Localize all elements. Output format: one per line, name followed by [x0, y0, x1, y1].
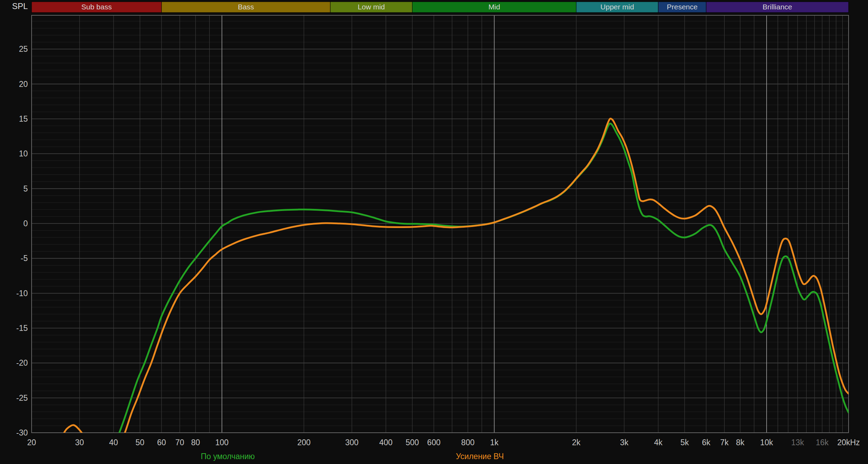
band-label: Sub bass: [81, 3, 112, 11]
legend-item-default[interactable]: По умолчанию: [201, 452, 255, 461]
x-tick-label: 3k: [620, 438, 629, 447]
x-tick-label: 100: [215, 438, 228, 447]
x-tick-label: 800: [461, 438, 474, 447]
legend-item-treble-boost[interactable]: Усиление ВЧ: [456, 452, 504, 461]
x-tick-label: 1k: [490, 438, 499, 447]
x-tick-label: 80: [191, 438, 200, 447]
x-tick-label: 20: [27, 438, 36, 447]
y-tick-label: -20: [16, 358, 28, 367]
x-tick-label: 5k: [681, 438, 689, 447]
spl-axis-title: SPL: [0, 1, 28, 11]
x-tick-label: 40: [109, 438, 118, 447]
frequency-response-chart: Sub bassBassLow midMidUpper midPresenceB…: [0, 0, 868, 464]
x-tick-label: 4k: [654, 438, 663, 447]
x-tick-label: 30: [75, 438, 84, 447]
band-label: Presence: [667, 3, 698, 11]
x-tick-label: 13k: [791, 438, 804, 447]
x-tick-label: 20kHz: [837, 438, 860, 447]
y-tick-label: -25: [16, 393, 28, 402]
x-tick-label: 600: [427, 438, 440, 447]
y-tick-label: 15: [19, 114, 28, 123]
x-tick-label: 16k: [816, 438, 829, 447]
band-label: Bass: [238, 3, 254, 11]
band-label: Brilliance: [762, 3, 792, 11]
equalizer-frequency-response-app: Sub bassBassLow midMidUpper midPresenceB…: [0, 0, 868, 464]
y-tick-label: 0: [23, 219, 28, 228]
y-tick-label: -30: [16, 428, 28, 437]
y-tick-label: 20: [19, 80, 28, 89]
y-tick-label: -10: [16, 289, 28, 298]
x-tick-label: 10k: [760, 438, 773, 447]
y-tick-label: 5: [23, 184, 28, 193]
x-tick-label: 400: [379, 438, 392, 447]
y-tick-label: 25: [19, 44, 28, 54]
y-tick-label: -5: [21, 254, 28, 263]
x-tick-label: 70: [175, 438, 184, 447]
y-tick-label: -15: [16, 324, 28, 333]
x-tick-label: 50: [135, 438, 144, 447]
x-tick-label: 500: [406, 438, 419, 447]
x-tick-label: 8k: [736, 438, 745, 447]
x-tick-label: 2k: [572, 438, 581, 447]
y-tick-label: 10: [19, 149, 28, 158]
curve-default: [108, 123, 849, 461]
x-tick-label: 7k: [720, 438, 729, 447]
x-tick-label: 60: [157, 438, 166, 447]
band-label: Low mid: [358, 3, 385, 11]
band-label: Upper mid: [600, 3, 634, 11]
x-tick-label: 6k: [702, 438, 711, 447]
x-tick-label: 200: [297, 438, 310, 447]
band-label: Mid: [489, 3, 500, 11]
x-tick-label: 300: [345, 438, 358, 447]
